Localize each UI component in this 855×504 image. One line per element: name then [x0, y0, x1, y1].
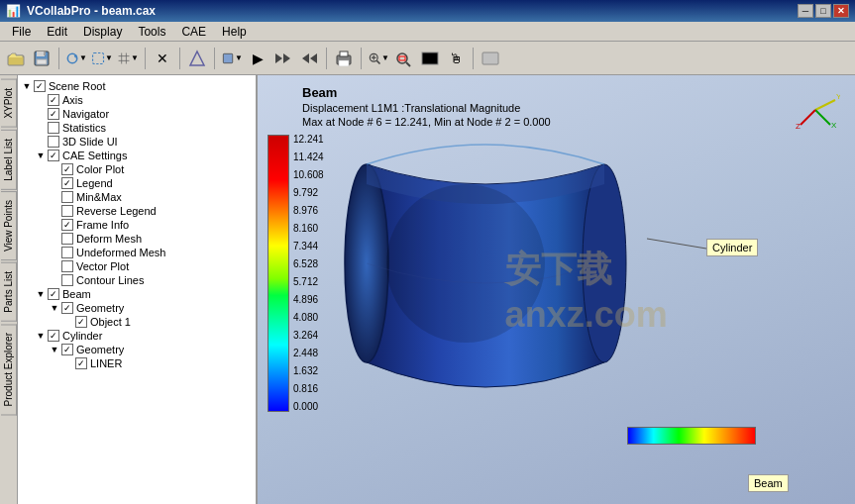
tree-item-vectorplot[interactable]: Vector Plot — [20, 259, 254, 273]
menu-tools[interactable]: Tools — [130, 23, 173, 41]
expand-3dslideui — [34, 137, 48, 147]
tb-play[interactable]: ▶ — [246, 47, 269, 70]
cb-deformmesh[interactable] — [61, 233, 73, 245]
cb-caesettings[interactable]: ✓ — [48, 150, 59, 161]
tb-record[interactable] — [297, 47, 321, 70]
tree-item-axis[interactable]: ✓ Axis — [20, 93, 254, 107]
label-beam: Beam — [62, 288, 91, 300]
cb-vectorplot[interactable] — [61, 260, 73, 272]
maximize-button[interactable]: □ — [815, 4, 831, 18]
cb-minmax[interactable] — [61, 191, 73, 203]
tb-misc[interactable] — [479, 47, 502, 70]
expand-deformmesh — [48, 234, 61, 244]
tb-select[interactable]: ▼ — [90, 47, 114, 70]
close-button[interactable]: ✕ — [833, 4, 849, 18]
cb-frameinfo[interactable]: ✓ — [61, 219, 73, 231]
menu-cae[interactable]: CAE — [173, 23, 214, 41]
tb-blackbg[interactable] — [418, 47, 442, 70]
tb-print[interactable] — [332, 47, 356, 70]
tb-zoomfit[interactable] — [392, 47, 416, 70]
tree-panel[interactable]: ▼ ✓ Scene Root ✓ Axis ✓ Navigator Statis… — [18, 75, 258, 504]
sidebar-tab-xyplot[interactable]: XYPlot — [1, 79, 17, 128]
sidebar-tab-productexplorer[interactable]: Product Explorer — [1, 324, 17, 415]
tree-item-beam[interactable]: ▼ ✓ Beam — [20, 287, 254, 301]
tree-item-liner[interactable]: ✓ LINER — [20, 356, 254, 370]
tree-item-statistics[interactable]: Statistics — [20, 121, 254, 135]
menu-file[interactable]: File — [4, 23, 39, 41]
cb-legend[interactable]: ✓ — [61, 177, 73, 189]
cb-navigator[interactable]: ✓ — [48, 108, 59, 120]
cb-axis[interactable]: ✓ — [48, 94, 59, 106]
cb-sceneroot[interactable]: ✓ — [34, 80, 46, 92]
svg-text:X: X — [831, 121, 837, 130]
tree-item-frameinfo[interactable]: ✓ Frame Info — [20, 218, 254, 232]
tree-item-caesettings[interactable]: ▼ ✓ CAE Settings — [20, 149, 254, 162]
tree-item-undeformedmesh[interactable]: Undeformed Mesh — [20, 246, 254, 259]
cb-beam[interactable]: ✓ — [48, 288, 59, 300]
toolbar-separator-3 — [179, 48, 180, 69]
cb-3dslideui[interactable] — [48, 136, 59, 148]
tree-item-geometry-beam[interactable]: ▼ ✓ Geometry — [20, 301, 254, 315]
expand-cylinder[interactable]: ▼ — [34, 331, 48, 341]
menu-edit[interactable]: Edit — [39, 23, 75, 41]
cb-object1[interactable]: ✓ — [75, 316, 87, 328]
tb-save[interactable] — [30, 47, 53, 70]
label-frameinfo: Frame Info — [76, 219, 129, 231]
titlebar: 📊 VCollabPro - beam.cax ─ □ ✕ — [0, 0, 855, 22]
tree-item-colorplot[interactable]: ✓ Color Plot — [20, 162, 254, 176]
tree-item-reverselegend[interactable]: Reverse Legend — [20, 204, 254, 218]
label-vectorplot: Vector Plot — [76, 260, 129, 272]
expand-contourlines — [48, 275, 61, 285]
tree-item-minmax[interactable]: Min&Max — [20, 190, 254, 204]
sidebar-tab-viewpoints[interactable]: View Points — [1, 191, 17, 260]
tb-rotate[interactable]: ▼ — [64, 47, 88, 70]
viewport[interactable]: Beam Displacement L1M1 :Translational Ma… — [258, 75, 855, 504]
tb-fastforward[interactable] — [271, 47, 295, 70]
expand-caesettings[interactable]: ▼ — [34, 151, 48, 160]
tree-item-contourlines[interactable]: Contour Lines — [20, 273, 254, 287]
cb-geometry-beam[interactable]: ✓ — [61, 302, 73, 314]
tree-item-cylinder[interactable]: ▼ ✓ Cylinder — [20, 329, 254, 343]
tree-item-sceneroot[interactable]: ▼ ✓ Scene Root — [20, 79, 254, 93]
svg-marker-15 — [310, 53, 317, 63]
minimize-button[interactable]: ─ — [798, 4, 813, 18]
cb-statistics[interactable] — [48, 122, 59, 134]
tree-item-geometry-cylinder[interactable]: ▼ ✓ Geometry — [20, 343, 254, 356]
sidebar-tab-labellist[interactable]: Label List — [1, 130, 17, 190]
tb-grid[interactable]: ▼ — [116, 47, 140, 70]
tree-item-object1[interactable]: ✓ Object 1 — [20, 315, 254, 329]
cb-geometry-cylinder[interactable]: ✓ — [61, 344, 73, 355]
tb-cross[interactable]: ✕ — [151, 47, 174, 70]
label-deformmesh: Deform Mesh — [76, 233, 142, 245]
expand-sceneroot[interactable]: ▼ — [20, 81, 34, 91]
tb-zoom[interactable]: ▼ — [367, 47, 390, 70]
app-icon: 📊 — [6, 4, 21, 18]
menu-display[interactable]: Display — [75, 23, 130, 41]
tree-item-3dslideui[interactable]: 3D Slide UI — [20, 135, 254, 149]
sidebar-tab-partslist[interactable]: Parts List — [1, 262, 17, 322]
tree-item-deformmesh[interactable]: Deform Mesh — [20, 232, 254, 246]
label-cylinder: Cylinder — [62, 330, 102, 342]
cb-liner[interactable]: ✓ — [75, 357, 87, 369]
expand-geometry-cylinder[interactable]: ▼ — [48, 345, 61, 354]
tree-item-legend[interactable]: ✓ Legend — [20, 176, 254, 190]
cb-reverselegend[interactable] — [61, 205, 73, 217]
cb-cylinder[interactable]: ✓ — [48, 330, 59, 342]
tb-open[interactable] — [4, 47, 28, 70]
expand-geometry-beam[interactable]: ▼ — [48, 303, 61, 313]
label-navigator: Navigator — [62, 108, 109, 120]
tree-item-navigator[interactable]: ✓ Navigator — [20, 107, 254, 121]
expand-beam[interactable]: ▼ — [34, 289, 48, 299]
expand-minmax — [48, 192, 61, 202]
svg-line-36 — [801, 110, 815, 125]
label-statistics: Statistics — [62, 122, 106, 134]
tb-part[interactable]: ▼ — [220, 47, 244, 70]
menu-help[interactable]: Help — [214, 23, 255, 41]
cb-colorplot[interactable]: ✓ — [61, 163, 73, 175]
tb-mesh[interactable] — [185, 47, 209, 70]
cb-contourlines[interactable] — [61, 274, 73, 286]
tb-cursor[interactable]: 🖱 — [444, 47, 468, 70]
label-minmax: Min&Max — [76, 191, 122, 203]
cb-undeformedmesh[interactable] — [61, 247, 73, 258]
beam-colorbar — [627, 427, 756, 445]
